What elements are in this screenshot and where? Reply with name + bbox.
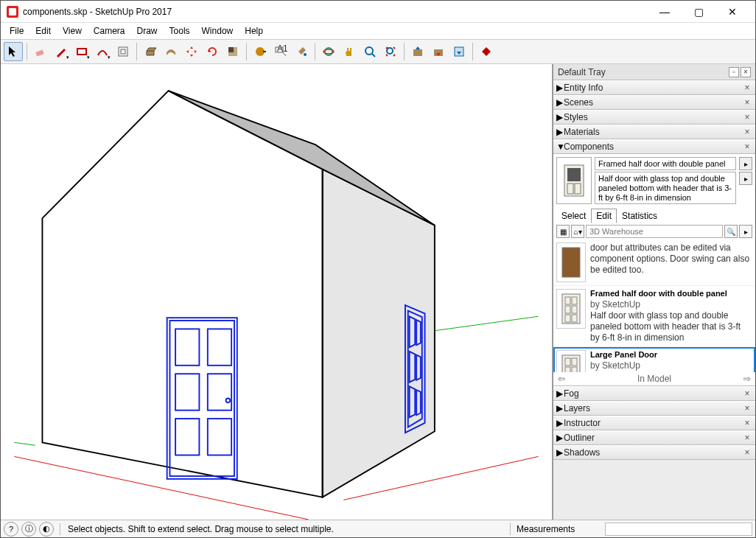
panel-close-icon[interactable]: × <box>742 142 752 152</box>
eraser-button[interactable] <box>31 42 50 61</box>
panel-close-icon[interactable]: × <box>742 97 752 108</box>
move-button[interactable] <box>182 42 201 61</box>
panel-components[interactable]: ▼ Components × <box>553 139 755 154</box>
paint-bucket-button[interactable] <box>292 42 311 61</box>
nav-prev-icon[interactable]: ⇦ <box>558 374 565 384</box>
panel-label: Materials <box>564 127 742 137</box>
tab-statistics[interactable]: Statistics <box>617 209 662 223</box>
maximize-button[interactable]: ▢ <box>682 1 715 23</box>
text-label-button[interactable]: A1 <box>271 42 290 61</box>
panel-materials[interactable]: ▶Materials× <box>553 125 755 139</box>
upload-model-button[interactable] <box>449 42 469 61</box>
offset-button[interactable] <box>113 42 133 61</box>
rectangle-button[interactable]: ▾ <box>72 42 91 61</box>
menu-tools[interactable]: Tools <box>164 24 196 38</box>
tab-edit[interactable]: Edit <box>591 209 617 223</box>
menu-edit[interactable]: Edit <box>29 24 57 38</box>
svg-marker-25 <box>323 170 435 497</box>
default-tray: Default Tray ▫ × ▶Entity Info×▶Scenes×▶S… <box>553 64 755 520</box>
zoom-extents-button[interactable] <box>381 42 400 61</box>
scene-drawing <box>1 64 552 520</box>
svg-rect-0 <box>35 49 43 56</box>
path-extrude-button[interactable] <box>161 42 181 61</box>
component-desc-input[interactable]: Half door with glass top and double pane… <box>595 172 736 204</box>
scale-button[interactable] <box>223 42 242 61</box>
pan-button[interactable] <box>340 42 359 61</box>
pencil-button[interactable]: ▾ <box>52 42 71 61</box>
menu-help[interactable]: Help <box>239 24 269 38</box>
panel-close-icon[interactable]: × <box>742 127 752 137</box>
menu-window[interactable]: Window <box>196 24 239 38</box>
panel-close-icon[interactable]: × <box>742 447 752 458</box>
credits-icon[interactable]: ⓘ <box>21 522 36 537</box>
select-arrow-button[interactable] <box>4 42 23 61</box>
chevron-right-icon: ▶ <box>556 388 564 399</box>
component-name-input[interactable] <box>595 157 736 170</box>
share-model-button[interactable] <box>429 42 448 61</box>
panel-label: Outliner <box>564 433 742 443</box>
app-icon <box>7 6 18 18</box>
component-thumb-icon <box>556 350 586 372</box>
svg-text:A1: A1 <box>277 45 287 54</box>
component-meta: Framed half door with double panelby Ske… <box>590 289 752 343</box>
svg-marker-24 <box>42 91 322 497</box>
orbit-button[interactable] <box>319 42 338 61</box>
geo-location-icon[interactable]: ? <box>4 522 18 537</box>
panel-close-icon[interactable]: × <box>742 83 752 93</box>
panel-close-icon[interactable]: × <box>742 112 752 122</box>
tape-measure-button[interactable] <box>251 42 270 61</box>
search-input[interactable] <box>586 225 723 238</box>
chevron-right-icon: ▶ <box>556 127 564 137</box>
component-item[interactable]: Framed half door with double panelby Ske… <box>553 286 755 347</box>
tray-pin-icon[interactable]: ▫ <box>729 67 739 77</box>
profile-icon[interactable]: ◐ <box>39 522 54 537</box>
measurements-input[interactable] <box>605 523 752 536</box>
menu-file[interactable]: File <box>4 24 29 38</box>
minimize-button[interactable]: — <box>648 1 682 23</box>
svg-rect-17 <box>413 49 422 56</box>
component-meta: Large Panel Doorby SketchUpRaised panel … <box>590 350 752 372</box>
chevron-right-icon: ▶ <box>556 433 564 443</box>
panel-styles[interactable]: ▶Styles× <box>553 110 755 125</box>
tray-close-icon[interactable]: × <box>741 67 751 77</box>
menu-camera[interactable]: Camera <box>88 24 131 38</box>
svg-point-14 <box>365 47 373 55</box>
panel-fog[interactable]: ▶Fog× <box>553 386 755 401</box>
component-item[interactable]: door but attributes can be edited via co… <box>553 240 755 286</box>
search-go-button[interactable]: ▸ <box>739 225 752 238</box>
panel-close-icon[interactable]: × <box>742 418 752 428</box>
details-view-button[interactable]: ▦ <box>556 225 570 238</box>
viewport-3d[interactable] <box>1 64 553 520</box>
tab-select[interactable]: Select <box>556 209 591 223</box>
chevron-right-icon: ▶ <box>556 83 564 93</box>
search-icon[interactable]: 🔍 <box>724 225 738 238</box>
home-button[interactable]: ⌂▾ <box>571 225 584 238</box>
rotate-button[interactable] <box>203 42 222 61</box>
menu-view[interactable]: View <box>57 24 88 38</box>
svg-line-20 <box>14 442 35 445</box>
ruby-console-button[interactable] <box>477 42 496 61</box>
svg-point-16 <box>387 48 393 54</box>
panel-entity-info[interactable]: ▶Entity Info× <box>553 80 755 95</box>
panel-close-icon[interactable]: × <box>742 388 752 399</box>
panel-close-icon[interactable]: × <box>742 433 752 443</box>
menu-draw[interactable]: Draw <box>131 24 164 38</box>
panel-layers[interactable]: ▶Layers× <box>553 401 755 416</box>
svg-rect-49 <box>562 248 580 277</box>
panel-instructor[interactable]: ▶Instructor× <box>553 416 755 430</box>
zoom-button[interactable] <box>360 42 379 61</box>
close-button[interactable]: ✕ <box>715 1 749 23</box>
component-next-button[interactable]: ▸ <box>739 157 752 170</box>
arc-button[interactable]: ▾ <box>93 42 112 61</box>
panel-scenes[interactable]: ▶Scenes× <box>553 95 755 110</box>
nav-next-icon[interactable]: ⇨ <box>743 374 751 384</box>
push-pull-button[interactable] <box>141 42 160 61</box>
panel-close-icon[interactable]: × <box>742 403 752 413</box>
statusbar: ? ⓘ ◐ Select objects. Shift to extend se… <box>1 520 755 537</box>
get-models-button[interactable] <box>408 42 427 61</box>
component-item[interactable]: Large Panel Doorby SketchUpRaised panel … <box>553 347 755 372</box>
tray-titlebar[interactable]: Default Tray ▫ × <box>553 64 755 80</box>
panel-shadows[interactable]: ▶Shadows× <box>553 445 755 460</box>
component-prev-button[interactable]: ▸ <box>739 172 752 185</box>
panel-outliner[interactable]: ▶Outliner× <box>553 430 755 445</box>
